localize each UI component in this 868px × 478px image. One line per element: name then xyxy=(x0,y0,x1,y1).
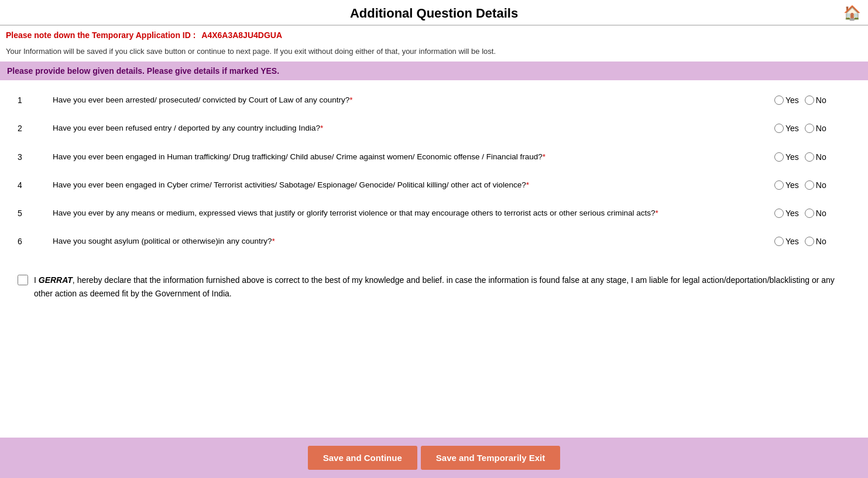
no-option-5[interactable]: No xyxy=(805,209,826,218)
question-num-2: 2 xyxy=(18,124,53,133)
radio-group-4: YesNo xyxy=(774,180,850,190)
yes-radio-3[interactable] xyxy=(774,152,784,162)
radio-group-1: YesNo xyxy=(774,95,850,105)
yes-label-3: Yes xyxy=(785,152,799,162)
question-text-6: Have you sought asylum (political or oth… xyxy=(53,235,774,247)
question-row-4: 4Have you ever been engaged in Cyber cri… xyxy=(18,171,850,199)
radio-group-5: YesNo xyxy=(774,209,850,218)
radio-group-3: YesNo xyxy=(774,152,850,162)
yes-option-1[interactable]: Yes xyxy=(774,95,799,105)
question-text-3: Have you ever been engaged in Human traf… xyxy=(53,151,774,163)
no-label-4: No xyxy=(816,180,826,190)
no-radio-3[interactable] xyxy=(805,152,814,162)
yes-option-6[interactable]: Yes xyxy=(774,237,799,246)
question-text-1: Have you ever been arrested/ prosecuted/… xyxy=(53,94,774,106)
declarant-name: GERRAT xyxy=(39,275,73,285)
no-option-4[interactable]: No xyxy=(805,180,826,190)
yes-radio-6[interactable] xyxy=(774,237,784,246)
no-radio-5[interactable] xyxy=(805,209,814,218)
yes-label-6: Yes xyxy=(785,237,799,246)
declaration-checkbox[interactable] xyxy=(18,275,28,285)
question-row-6: 6Have you sought asylum (political or ot… xyxy=(18,227,850,255)
yes-radio-4[interactable] xyxy=(774,180,784,190)
question-num-4: 4 xyxy=(18,180,53,190)
yes-label-5: Yes xyxy=(785,209,799,218)
declaration-label[interactable]: I GERRAT, hereby declare that the inform… xyxy=(18,274,850,301)
yes-option-5[interactable]: Yes xyxy=(774,209,799,218)
question-num-1: 1 xyxy=(18,95,53,105)
yes-label-2: Yes xyxy=(785,124,799,133)
yes-option-3[interactable]: Yes xyxy=(774,152,799,162)
question-num-5: 5 xyxy=(18,209,53,218)
temp-id-bar: Please note down the Temporary Applicati… xyxy=(0,26,868,45)
no-label-2: No xyxy=(816,124,826,133)
temp-id-value: A4X6A3A8JU4DGUA xyxy=(201,30,282,40)
yes-radio-1[interactable] xyxy=(774,95,784,105)
no-label-5: No xyxy=(816,209,826,218)
no-radio-4[interactable] xyxy=(805,180,814,190)
home-icon[interactable]: 🏠 xyxy=(843,5,861,21)
declaration-section: I GERRAT, hereby declare that the inform… xyxy=(0,262,868,310)
yes-radio-5[interactable] xyxy=(774,209,784,218)
question-num-3: 3 xyxy=(18,152,53,162)
page-title: Additional Question Details xyxy=(0,6,868,21)
radio-group-2: YesNo xyxy=(774,124,850,133)
question-row-3: 3Have you ever been engaged in Human tra… xyxy=(18,143,850,171)
no-option-1[interactable]: No xyxy=(805,95,826,105)
no-option-6[interactable]: No xyxy=(805,237,826,246)
yes-label-1: Yes xyxy=(785,95,799,105)
question-num-6: 6 xyxy=(18,237,53,246)
declaration-text: I GERRAT, hereby declare that the inform… xyxy=(34,274,850,301)
no-radio-2[interactable] xyxy=(805,124,814,133)
declaration-body: , hereby declare that the information fu… xyxy=(34,275,835,298)
info-text: Your Information will be saved if you cl… xyxy=(0,45,868,62)
questions-container: 1Have you ever been arrested/ prosecuted… xyxy=(0,80,868,262)
question-text-5: Have you ever by any means or medium, ex… xyxy=(53,207,774,219)
no-label-3: No xyxy=(816,152,826,162)
no-radio-1[interactable] xyxy=(805,95,814,105)
yes-option-4[interactable]: Yes xyxy=(774,180,799,190)
question-text-4: Have you ever been engaged in Cyber crim… xyxy=(53,179,774,191)
no-label-6: No xyxy=(816,237,826,246)
no-radio-6[interactable] xyxy=(805,237,814,246)
question-row-2: 2Have you ever been refused entry / depo… xyxy=(18,114,850,142)
yes-radio-2[interactable] xyxy=(774,124,784,133)
yes-option-2[interactable]: Yes xyxy=(774,124,799,133)
no-option-2[interactable]: No xyxy=(805,124,826,133)
section-header: Please provide below given details. Plea… xyxy=(0,62,868,80)
temp-id-label: Please note down the Temporary Applicati… xyxy=(6,30,195,40)
question-row-5: 5Have you ever by any means or medium, e… xyxy=(18,199,850,227)
no-option-3[interactable]: No xyxy=(805,152,826,162)
radio-group-6: YesNo xyxy=(774,237,850,246)
question-text-2: Have you ever been refused entry / depor… xyxy=(53,122,774,134)
question-row-1: 1Have you ever been arrested/ prosecuted… xyxy=(18,86,850,114)
no-label-1: No xyxy=(816,95,826,105)
yes-label-4: Yes xyxy=(785,180,799,190)
page-header: Additional Question Details 🏠 xyxy=(0,0,868,26)
